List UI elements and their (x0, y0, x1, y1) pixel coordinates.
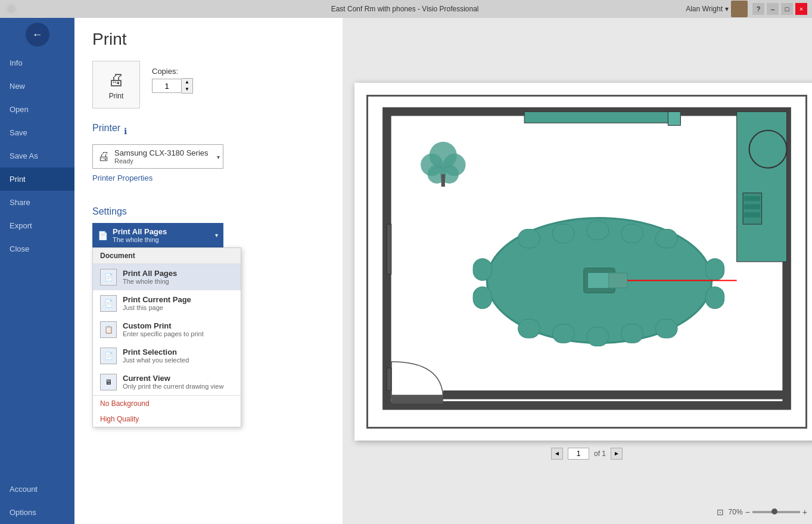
settings-main-label: Print All Pages (113, 227, 210, 236)
printer-name: Samsung CLX-3180 Series (114, 148, 209, 157)
svg-rect-22 (552, 224, 574, 243)
preview-inner (366, 95, 807, 429)
dropdown-item-print-selection[interactable]: 📄 Print Selection Just what you selected (93, 343, 241, 369)
sidebar-item-export[interactable]: Export (0, 214, 74, 237)
svg-rect-23 (587, 221, 609, 239)
printer-icon: 🖨 (108, 70, 125, 89)
svg-rect-9 (744, 196, 760, 200)
printer-dropdown-arrow-icon: ▾ (217, 153, 220, 160)
next-page-button[interactable]: ► (611, 448, 623, 460)
print-panel: Print 🖨 Print Copies: ▲ ▼ (74, 18, 343, 524)
printer-dropdown[interactable]: 🖨 Samsung CLX-3180 Series Ready ▾ (92, 144, 223, 169)
sidebar-item-share[interactable]: Share (0, 191, 74, 214)
settings-section-title: Settings (92, 206, 325, 217)
floorplan-svg (368, 97, 805, 427)
settings-sub-label: The whole thing (113, 236, 210, 243)
zoom-slider[interactable] (752, 511, 800, 513)
sidebar-item-save[interactable]: Save (0, 121, 74, 144)
window-title: East Conf Rm with phones - Visio Profess… (124, 5, 686, 13)
svg-rect-28 (587, 327, 609, 346)
svg-rect-21 (518, 229, 540, 247)
current-view-icon: 🖥 (100, 374, 117, 390)
sidebar-item-open[interactable]: Open (0, 98, 74, 121)
minimize-button[interactable]: – (767, 3, 779, 15)
dropdown-item-all-pages[interactable]: 📄 Print All Pages The whole thing (93, 264, 241, 290)
sidebar-item-options[interactable]: Options (0, 501, 74, 524)
printer-info-icon[interactable]: ℹ (124, 126, 127, 136)
svg-rect-31 (473, 258, 491, 280)
printer-properties-link[interactable]: Printer Properties (92, 173, 153, 182)
zoom-out-button[interactable]: − (745, 507, 750, 517)
dropdown-item-current-page[interactable]: 📄 Print Current Page Just this page (93, 290, 241, 317)
svg-point-1 (7, 5, 15, 13)
svg-rect-17 (441, 174, 445, 187)
option-no-background[interactable]: No Background (93, 396, 241, 411)
print-selection-desc: Just what you selected (123, 356, 234, 364)
zoom-controls: ⊡ 70% − + ⊞ (717, 507, 812, 517)
zoom-fit-icon[interactable]: ⊡ (717, 507, 724, 517)
custom-print-desc: Enter specific pages to print (123, 330, 234, 337)
svg-rect-34 (705, 286, 724, 308)
svg-rect-27 (552, 324, 574, 342)
prev-page-button[interactable]: ◄ (551, 448, 563, 460)
svg-rect-10 (744, 204, 760, 209)
current-page-icon: 📄 (100, 295, 117, 312)
back-button[interactable]: ← (26, 23, 49, 46)
dropdown-item-custom-print[interactable]: 📋 Custom Print Enter specific pages to p… (93, 317, 241, 343)
svg-rect-24 (621, 224, 643, 243)
back-arrow-icon: ← (32, 29, 43, 41)
user-name: Alan Wright (686, 5, 723, 13)
sidebar-item-save-as[interactable]: Save As (0, 144, 74, 168)
print-btn-label: Print (109, 92, 124, 100)
svg-rect-39 (443, 390, 785, 399)
print-button[interactable]: 🖨 Print (92, 61, 140, 108)
close-button[interactable]: × (795, 3, 807, 15)
dropdown-document-header: Document (93, 248, 241, 264)
zoom-in-button[interactable]: + (802, 507, 807, 517)
page-number-input[interactable] (568, 448, 589, 460)
print-selection-icon: 📄 (100, 348, 117, 364)
copies-down-button[interactable]: ▼ (182, 86, 192, 93)
titlebar: East Conf Rm with phones - Visio Profess… (0, 0, 812, 18)
dropdown-item-current-view[interactable]: 🖥 Current View Only print the current dr… (93, 369, 241, 395)
sidebar-item-info[interactable]: Info (0, 51, 74, 75)
all-pages-title: Print All Pages (123, 269, 234, 278)
page-total: of 1 (594, 449, 606, 458)
help-button[interactable]: ? (752, 3, 764, 15)
preview-area: ◄ of 1 ► ⊡ 70% − + ⊞ (343, 18, 812, 524)
page-title: Print (92, 30, 325, 49)
sidebar-item-account[interactable]: Account (0, 478, 74, 501)
current-view-title: Current View (123, 374, 234, 383)
sidebar-item-print[interactable]: Print (0, 168, 74, 191)
settings-dropdown-button[interactable]: 📄 Print All Pages The whole thing ▾ (92, 223, 223, 247)
svg-point-7 (749, 130, 787, 168)
svg-rect-33 (705, 258, 724, 280)
custom-print-title: Custom Print (123, 321, 234, 330)
maximize-button[interactable]: □ (781, 3, 793, 15)
sidebar-item-new[interactable]: New (0, 75, 74, 98)
settings-dropdown-menu: Document 📄 Print All Pages The whole thi… (92, 247, 241, 427)
current-page-desc: Just this page (123, 304, 234, 311)
sidebar-item-close[interactable]: Close (0, 237, 74, 261)
current-view-desc: Only print the current drawing view (123, 383, 234, 390)
print-selection-title: Print Selection (123, 348, 234, 356)
copies-up-button[interactable]: ▲ (182, 79, 192, 86)
settings-container: 📄 Print All Pages The whole thing ▾ Docu… (92, 223, 325, 247)
svg-rect-41 (387, 368, 391, 390)
copies-input[interactable] (152, 79, 182, 93)
all-pages-desc: The whole thing (123, 278, 234, 285)
visio-logo (5, 2, 35, 15)
custom-print-icon: 📋 (100, 321, 117, 338)
sidebar: ← Info New Open Save Save As Print Share… (0, 18, 74, 524)
page-navigation: ◄ of 1 ► (551, 448, 623, 460)
option-high-quality[interactable]: High Quality (93, 411, 241, 427)
printer-device-icon: 🖨 (98, 150, 110, 163)
preview-paper (354, 83, 812, 441)
copies-label: Copies: (152, 67, 193, 76)
svg-rect-26 (518, 319, 540, 337)
settings-print-icon: 📄 (98, 231, 108, 240)
svg-rect-32 (473, 286, 491, 308)
all-pages-icon: 📄 (100, 269, 117, 286)
svg-rect-25 (655, 229, 677, 247)
printer-status: Ready (114, 157, 209, 165)
